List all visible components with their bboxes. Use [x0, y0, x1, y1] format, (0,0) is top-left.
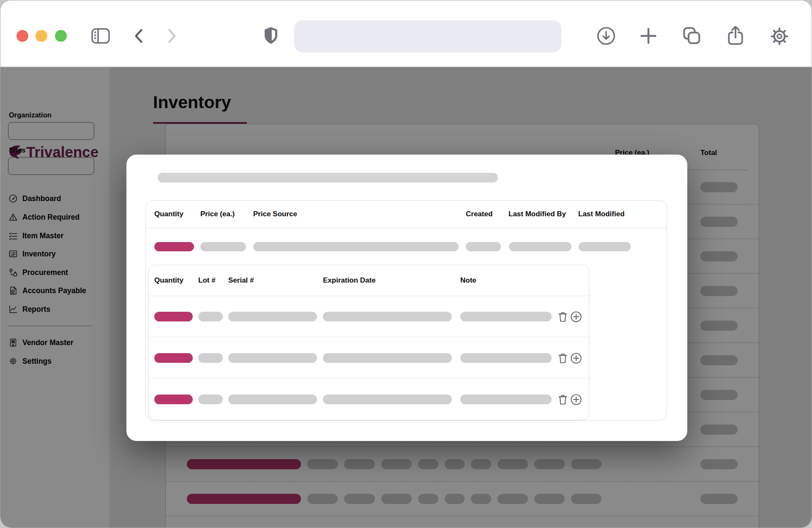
- sidebar-toggle-icon: [90, 27, 111, 44]
- screen: Trivalence Organization Sites Dashboard …: [0, 0, 812, 528]
- lot-number-skeleton: [198, 312, 223, 321]
- gear-icon: [769, 26, 790, 47]
- plus-icon: [639, 27, 658, 45]
- add-lot-button[interactable]: [570, 352, 582, 364]
- trash-icon: [558, 311, 568, 323]
- column-header-last-modified-by: Last Modified By: [509, 210, 566, 218]
- note-skeleton: [460, 312, 552, 321]
- downloads-button[interactable]: [596, 26, 616, 46]
- address-bar-input[interactable]: [294, 20, 561, 52]
- column-header-note: Note: [460, 276, 476, 285]
- lot-row[interactable]: [149, 378, 589, 420]
- quantity-skeleton: [154, 242, 194, 251]
- serial-number-skeleton: [228, 312, 317, 321]
- zoom-window-button[interactable]: [55, 30, 67, 42]
- expiration-date-skeleton: [323, 312, 452, 321]
- browser-toolbar: [0, 0, 812, 67]
- trash-icon: [558, 394, 568, 406]
- back-button[interactable]: [133, 28, 145, 44]
- new-tab-button[interactable]: [639, 27, 658, 45]
- browser-window: Trivalence Organization Sites Dashboard …: [0, 0, 812, 528]
- last-modified-skeleton: [579, 242, 631, 251]
- lot-row[interactable]: [149, 296, 589, 337]
- lot-table-header: Quantity Lot # Serial # Expiration Date …: [149, 265, 589, 296]
- serial-number-skeleton: [228, 353, 317, 363]
- sidebar-toggle-button[interactable]: [90, 27, 111, 44]
- price-history-row[interactable]: [146, 228, 667, 265]
- lot-table: Quantity Lot # Serial # Expiration Date …: [148, 265, 589, 420]
- close-window-button[interactable]: [16, 30, 28, 42]
- column-header-expiration-date: Expiration Date: [323, 276, 376, 285]
- minimize-window-button[interactable]: [36, 30, 47, 42]
- expiration-date-skeleton: [323, 395, 452, 404]
- tab-overview-button[interactable]: [682, 26, 702, 46]
- last-modified-by-skeleton: [509, 242, 571, 251]
- price-history-table-header: Quantity Price (ea.) Price Source Create…: [146, 201, 667, 228]
- column-header-created: Created: [466, 210, 492, 218]
- price-skeleton: [200, 242, 246, 251]
- plus-circle-icon: [570, 352, 582, 364]
- lot-row[interactable]: [149, 337, 589, 378]
- serial-number-skeleton: [228, 395, 317, 404]
- price-history-table: Quantity Price (ea.) Price Source Create…: [145, 200, 667, 421]
- plus-circle-icon: [570, 311, 582, 323]
- copy-tabs-icon: [682, 26, 702, 46]
- add-lot-button[interactable]: [570, 311, 582, 323]
- note-skeleton: [460, 395, 552, 404]
- add-lot-button[interactable]: [570, 394, 582, 406]
- download-icon: [596, 26, 616, 46]
- lot-quantity-skeleton: [154, 353, 193, 363]
- lot-quantity-skeleton: [154, 312, 193, 321]
- column-header-lot-quantity: Quantity: [154, 276, 183, 285]
- plus-circle-icon: [570, 394, 582, 406]
- lot-number-skeleton: [198, 353, 223, 363]
- lot-quantity-skeleton: [154, 395, 193, 404]
- expiration-date-skeleton: [323, 353, 452, 363]
- modal-title-skeleton: [158, 173, 498, 182]
- column-header-serial-number: Serial #: [228, 276, 254, 285]
- forward-button[interactable]: [166, 28, 178, 44]
- delete-lot-button[interactable]: [557, 352, 569, 364]
- column-header-quantity: Quantity: [154, 210, 183, 218]
- share-icon: [725, 25, 746, 47]
- column-header-price-source: Price Source: [253, 210, 297, 218]
- trash-icon: [558, 353, 568, 364]
- back-chevron-icon: [133, 28, 145, 44]
- delete-lot-button[interactable]: [557, 394, 569, 406]
- share-button[interactable]: [725, 25, 746, 47]
- note-skeleton: [460, 353, 552, 363]
- column-header-lot-number: Lot #: [198, 276, 216, 285]
- delete-lot-button[interactable]: [557, 311, 569, 323]
- created-skeleton: [466, 242, 501, 251]
- inventory-item-modal: Quantity Price (ea.) Price Source Create…: [126, 155, 687, 441]
- privacy-shield-icon[interactable]: [262, 25, 279, 46]
- price-source-skeleton: [253, 242, 459, 251]
- column-header-last-modified: Last Modified: [578, 210, 625, 218]
- settings-menu-button[interactable]: [769, 26, 790, 47]
- lot-number-skeleton: [198, 395, 223, 404]
- forward-chevron-icon: [166, 28, 178, 44]
- column-header-price: Price (ea.): [200, 210, 235, 218]
